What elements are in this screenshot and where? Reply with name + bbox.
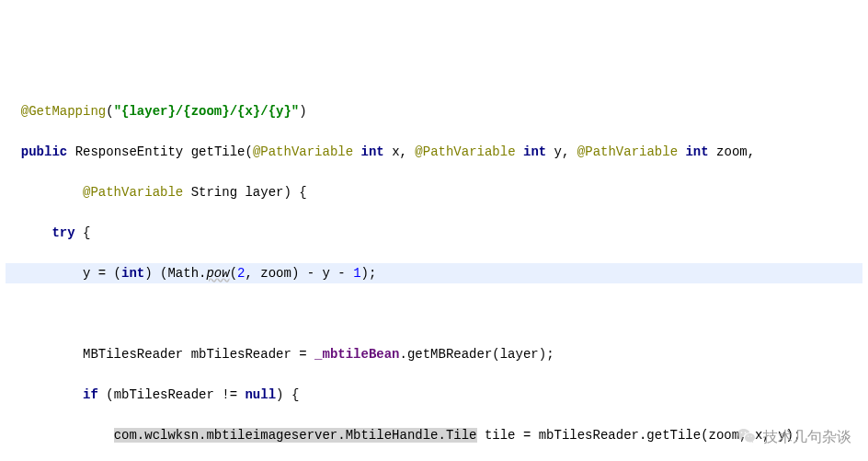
code-line: if (mbTilesReader != null) {	[6, 385, 862, 405]
annotation: @PathVariable	[83, 185, 183, 200]
keyword: try	[51, 225, 74, 240]
method-name: getTile	[191, 144, 246, 159]
annotation: @PathVariable	[253, 144, 353, 159]
annotation: @PathVariable	[415, 144, 515, 159]
code-line: @PathVariable String layer) {	[6, 182, 862, 202]
keyword: int	[361, 144, 384, 159]
code-line-highlighted: y = (int) (Math.pow(2, zoom) - y - 1);	[6, 263, 862, 283]
method-call: pow	[206, 266, 229, 281]
type: MBTilesReader	[83, 347, 183, 362]
number: 1	[353, 266, 360, 281]
keyword: int	[523, 144, 546, 159]
keyword: if	[83, 387, 98, 402]
code-line: @GetMapping("{layer}/{zoom}/{x}/{y}")	[6, 101, 862, 121]
code-line: try {	[6, 223, 862, 243]
code-line: com.wclwksn.mbtileimageserver.MbtileHand…	[6, 425, 862, 445]
keyword: int	[685, 144, 708, 159]
code-line: public ResponseEntity getTile(@PathVaria…	[6, 142, 862, 162]
type: String	[191, 185, 237, 200]
type: ResponseEntity	[75, 144, 184, 159]
keyword: int	[121, 266, 144, 281]
selection: com.wclwksn.mbtileimageserver.MbtileHand…	[114, 428, 477, 443]
annotation: @PathVariable	[577, 144, 678, 159]
field: _mbtileBean	[314, 347, 399, 362]
keyword: public	[21, 144, 67, 159]
keyword: null	[245, 387, 276, 402]
string-literal: "{layer}/{zoom}/{x}/{y}"	[114, 104, 300, 119]
annotation: @GetMapping	[21, 104, 106, 119]
code-line: MBTilesReader mbTilesReader = _mbtileBea…	[6, 344, 862, 364]
number: 2	[237, 266, 245, 281]
code-editor[interactable]: @GetMapping("{layer}/{zoom}/{x}/{y}") pu…	[0, 81, 868, 461]
code-line	[6, 304, 862, 324]
